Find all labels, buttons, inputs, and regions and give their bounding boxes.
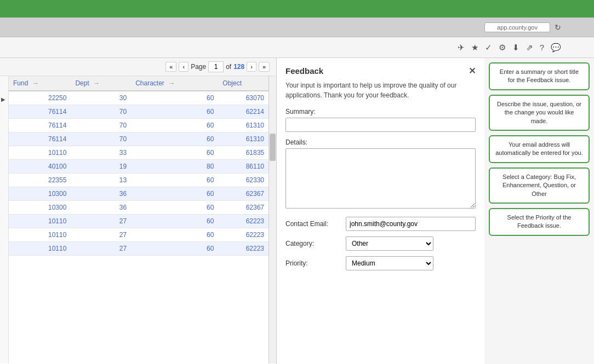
col-character[interactable]: Character → [131,76,218,91]
cell-object: 61835 [218,146,269,160]
cell-dept: 30 [71,91,131,105]
page-input[interactable] [208,61,224,72]
cell-dept: 36 [71,187,131,201]
cell-character: 60 [131,146,218,160]
fund-sort-icon: → [32,79,39,87]
email-input[interactable] [346,217,476,231]
col-dept[interactable]: Dept → [71,76,131,91]
toolbar-share-icon[interactable]: ⇗ [526,43,533,53]
cell-object: 62223 [218,228,269,242]
summary-label: Summary: [285,108,476,115]
toolbar-download-icon[interactable]: ⬇ [512,43,519,53]
cell-dept: 27 [71,215,131,228]
cell-character: 60 [131,105,218,119]
next-page-button[interactable]: › [247,62,256,72]
tooltip-email-tip: Your email address will automatically be… [489,135,590,163]
cell-character: 60 [131,91,218,105]
total-pages: 128 [233,63,244,71]
cell-fund: 22250 [9,91,71,105]
toolbar: ✈ ★ ✓ ⚙ ⬇ ⇗ ? 💬 [0,37,594,58]
cell-object: 62223 [218,215,269,228]
cell-dept: 70 [71,105,131,119]
table-body: 2225030606307076114706062214761147060613… [9,91,269,256]
toolbar-feedback-icon[interactable]: 💬 [551,43,561,53]
category-label: Category: [285,240,340,247]
prev-page-button[interactable]: ‹ [179,62,189,72]
table-row[interactable]: 10300366062367 [9,187,269,201]
toolbar-settings-icon[interactable]: ⚙ [499,43,506,53]
cell-fund: 76114 [9,119,71,132]
table-row[interactable]: 22250306063070 [9,91,269,105]
cell-dept: 27 [71,228,131,242]
tooltip-summary-tip: Enter a summary or short title for the F… [489,62,590,90]
toolbar-check-icon[interactable]: ✓ [485,43,492,53]
cell-character: 60 [131,132,218,146]
cell-fund: 76114 [9,132,71,146]
cell-object: 86110 [218,160,269,174]
col-fund[interactable]: Fund → [9,76,71,91]
priority-label: Priority: [285,259,340,267]
first-page-button[interactable]: « [165,62,176,72]
cell-fund: 76114 [9,105,71,119]
cell-dept: 36 [71,201,131,215]
cell-fund: 10110 [9,228,71,242]
cell-object: 62214 [218,105,269,119]
cell-object: 62367 [218,201,269,215]
browser-nav-icon[interactable]: ↻ [555,23,561,32]
tooltip-details-tip: Describe the issue, question, or the cha… [489,95,590,131]
cell-character: 60 [131,228,218,242]
pagination: « ‹ Page of 128 › » [0,58,276,76]
priority-select[interactable]: LowMediumHighCritical [346,256,433,270]
cell-character: 80 [131,160,218,174]
table-row[interactable]: 10110276062223 [9,215,269,228]
scrollbar-thumb[interactable] [270,134,276,161]
table-row[interactable]: 22355136062330 [9,174,269,187]
category-group: Category: Bug FixEnhancementQuestionOthe… [285,236,476,251]
of-label: of [226,63,231,71]
toolbar-help-icon[interactable]: ? [540,43,544,52]
toolbar-bookmark-icon[interactable]: ★ [471,43,478,53]
table-header-row: Fund → Dept → Character → [9,76,269,91]
email-group: Contact Email: [285,217,476,231]
cell-character: 60 [131,187,218,201]
vertical-scrollbar[interactable] [269,76,276,363]
table-row[interactable]: 10110336061835 [9,146,269,160]
last-page-button[interactable]: » [259,62,270,72]
browser-chrome: app.county.gov ↻ [0,18,594,37]
top-bar [0,0,594,18]
cell-fund: 10110 [9,242,71,256]
details-group: Details: [285,138,476,210]
table-row[interactable]: 76114706061310 [9,132,269,146]
feedback-header: Feedback ✕ [285,66,476,76]
cell-dept: 33 [71,146,131,160]
cell-fund: 40100 [9,160,71,174]
cell-fund: 10300 [9,201,71,215]
feedback-title-text: Feedback [285,66,323,76]
tooltip-category-tip: Select a Category: Bug Fix, Enhancement,… [489,167,590,204]
category-select[interactable]: Bug FixEnhancementQuestionOther [346,236,433,251]
table-row[interactable]: 76114706062214 [9,105,269,119]
cell-object: 62223 [218,242,269,256]
details-label: Details: [285,138,476,146]
details-textarea[interactable] [285,148,476,209]
feedback-close-button[interactable]: ✕ [469,66,476,76]
feedback-panel: Feedback ✕ Your input is important to he… [276,58,484,364]
table-row[interactable]: 10110276062223 [9,242,269,256]
character-sort-icon: → [168,79,175,87]
priority-group: Priority: LowMediumHighCritical [285,256,476,270]
tooltip-priority-tip: Select the Priority of the Feedback issu… [489,208,590,236]
row-selector-column: ▶ [0,76,9,363]
col-object[interactable]: Object [218,76,269,91]
table-row[interactable]: 10300366062367 [9,201,269,215]
row-selector-arrow: ▶ [0,94,8,105]
toolbar-navigate-icon[interactable]: ✈ [458,43,465,53]
table-row[interactable]: 76114706061310 [9,119,269,132]
email-label: Contact Email: [285,220,340,228]
summary-input[interactable] [285,118,476,132]
table-row[interactable]: 40100198086110 [9,160,269,174]
cell-fund: 10110 [9,146,71,160]
table-row[interactable]: 10110276062223 [9,228,269,242]
cell-dept: 70 [71,132,131,146]
table-area: « ‹ Page of 128 › » ▶ Fund [0,58,276,364]
cell-object: 62367 [218,187,269,201]
